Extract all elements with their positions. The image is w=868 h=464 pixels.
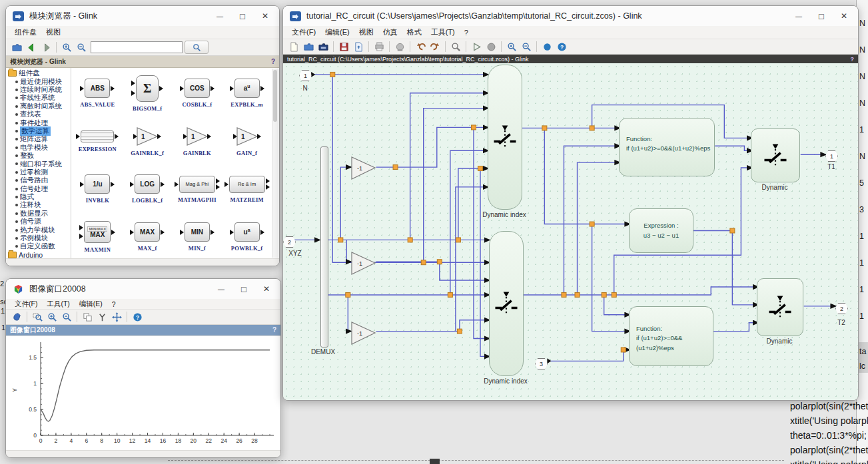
diagram-canvas[interactable]: 1 N 2 XYZ 3 1 T1 2 T2 DEMUX -1 -1 -1 Dyn… — [283, 63, 858, 400]
palette-block-MAX_f[interactable]: MAXMAX_f — [123, 213, 173, 258]
console-line: xtitle('Using polarplc — [790, 459, 868, 464]
palette-block-COSBLK_f[interactable]: COSCOSBLK_f — [173, 69, 222, 117]
export-icon[interactable] — [352, 41, 365, 53]
palette-block-MIN_f[interactable]: MINMIN_f — [173, 213, 222, 258]
palette-scrollbar[interactable] — [272, 69, 278, 258]
forward-arrow-icon[interactable] — [39, 41, 53, 53]
plot-area[interactable]: 024681012141618202224262800.511.5Y — [6, 336, 280, 450]
demux-block[interactable] — [320, 146, 328, 348]
print-icon[interactable] — [372, 41, 386, 53]
background-cell-fragment: N — [859, 45, 865, 55]
menu-item-module[interactable]: 视图 — [41, 27, 65, 37]
maximize-button[interactable] — [232, 279, 255, 299]
module-browser-titlebar[interactable]: 模块浏览器 - Glink — [6, 6, 279, 26]
menu-item-diagram[interactable]: ? — [460, 29, 473, 37]
background-cell-fragment: N — [859, 99, 865, 108]
menu-item-plot[interactable]: 文件(F) — [10, 300, 42, 309]
menu-item-plot[interactable]: 工具(T) — [42, 300, 74, 309]
menu-item-diagram[interactable]: 格式 — [402, 27, 426, 37]
datatip-icon[interactable] — [95, 311, 109, 323]
palette-block-ABS_VALUE[interactable]: ABSABS_VALUE — [73, 69, 123, 117]
menu-item-module[interactable]: 组件盘 — [10, 27, 41, 37]
zoom-window-icon[interactable] — [31, 311, 44, 323]
expression-block[interactable]: Expression : u3 − u2 − u1 — [629, 208, 693, 253]
new-file-icon[interactable] — [287, 41, 300, 53]
diagram-titlebar[interactable]: tutorial_RC_circuit (C:\Users\james\Proj… — [283, 6, 858, 26]
maximize-button[interactable] — [231, 6, 254, 26]
bullet-icon — [15, 237, 18, 240]
panel-help-button[interactable]: ? — [272, 326, 276, 334]
function-block[interactable]: Function: if (u1+u2)>=0&&(u1+u2)%eps — [629, 306, 713, 366]
save-as-icon[interactable] — [337, 41, 350, 53]
palette-block-INVBLK[interactable]: 1/uINVBLK — [73, 165, 123, 213]
minimize-button[interactable] — [210, 279, 232, 299]
palette-block-MATZREIM[interactable]: Re & ImMATZREIM — [222, 165, 272, 213]
gain-block[interactable]: -1 — [351, 156, 376, 182]
delete-icon[interactable] — [393, 41, 406, 53]
graphic-window-titlebar[interactable]: 图像窗口20008 — [6, 279, 280, 299]
tree-item[interactable]: Arduino — [19, 251, 43, 258]
tree-item[interactable]: 自定义函数 — [20, 242, 55, 251]
palette-block-GAINBLK[interactable]: 1GAINBLK — [173, 117, 222, 165]
close-button[interactable] — [254, 6, 276, 26]
zoom-out-icon[interactable] — [75, 41, 88, 53]
panel-help-button[interactable]: ? — [271, 58, 275, 65]
help-icon[interactable]: ? — [131, 311, 144, 323]
gain-block[interactable]: -1 — [351, 322, 376, 348]
zoom-tool-icon[interactable] — [449, 41, 462, 53]
function-block[interactable]: Function: if (u1+u2)>=0&&(u1+u2)%eps — [619, 118, 715, 176]
open-file-icon[interactable] — [302, 41, 315, 53]
search-input[interactable] — [91, 41, 183, 53]
gain-block[interactable]: -1 — [351, 252, 376, 278]
help-icon[interactable]: ? — [555, 41, 568, 53]
palette-block-MAXMIN[interactable]: MIN/MAXMAXMAXMIN — [73, 213, 123, 258]
palette-block-MATMAGPHI[interactable]: Mag & PhiMATMAGPHI — [173, 165, 222, 213]
stop-simulation-icon[interactable] — [484, 41, 498, 53]
tab-help-button[interactable]: ? — [851, 56, 855, 63]
close-button[interactable] — [255, 279, 278, 299]
diagram-tab[interactable]: tutorial_RC_circuit (C:\Users\james\Proj… — [283, 55, 858, 63]
menu-item-diagram[interactable]: 编辑(E) — [320, 27, 354, 37]
zoom-out-icon[interactable] — [60, 311, 73, 323]
palette-scrollbar-thumb[interactable] — [273, 70, 277, 122]
menu-item-diagram[interactable]: 工具(T) — [426, 27, 460, 37]
dynamic-block[interactable] — [751, 128, 800, 182]
palette-block-POWBLK_f[interactable]: uaPOWBLK_f — [222, 213, 272, 258]
dynamic-index-block[interactable] — [488, 65, 522, 210]
palette-block-EXPRESSION[interactable]: EXPRESSION — [73, 117, 123, 165]
back-arrow-icon[interactable] — [25, 41, 38, 53]
palette-block-LOGBLK_f[interactable]: LOGLOGBLK_f — [123, 165, 173, 213]
menu-item-plot[interactable]: 编辑(E) — [75, 300, 107, 309]
menu-item-diagram[interactable]: 视图 — [354, 27, 378, 37]
zoom-in-icon[interactable] — [45, 311, 59, 323]
palette-block-GAIN_f[interactable]: 1GAIN_f — [222, 117, 272, 165]
zoom-out-icon[interactable] — [520, 41, 533, 53]
palette-block-EXPBLK_m[interactable]: auEXPBLK_m — [222, 69, 272, 117]
palette-block-BIGSOM_f[interactable]: ΣBIGSOM_f — [123, 69, 173, 117]
background-text-fragment: ta — [859, 347, 866, 356]
bullet-icon — [15, 245, 18, 248]
palette-block-GAINBLK_f[interactable]: 1GAINBLK_f — [123, 117, 173, 165]
menu-item-diagram[interactable]: 文件(F) — [287, 27, 320, 37]
minimize-button[interactable] — [209, 6, 231, 26]
zoom-in-icon[interactable] — [60, 41, 73, 53]
close-button[interactable] — [833, 6, 855, 26]
pan-icon[interactable] — [110, 311, 123, 323]
dynamic-block[interactable] — [757, 278, 803, 336]
maximize-button[interactable] — [810, 6, 833, 26]
rotate-icon[interactable] — [10, 311, 23, 323]
ged-icon[interactable] — [81, 311, 94, 323]
start-simulation-icon[interactable] — [470, 41, 483, 53]
dynamic-index-block[interactable] — [489, 231, 524, 376]
details-icon[interactable] — [540, 41, 554, 53]
search-button[interactable] — [185, 41, 209, 54]
save-icon[interactable] — [316, 41, 330, 53]
undo-icon[interactable] — [414, 41, 427, 53]
minimize-button[interactable] — [787, 6, 810, 26]
menu-item-plot[interactable]: ? — [107, 300, 121, 308]
zoom-in-icon[interactable] — [505, 41, 518, 53]
menu-item-diagram[interactable]: 仿真 — [378, 27, 402, 37]
open-palette-icon[interactable] — [10, 41, 23, 53]
redo-icon[interactable] — [428, 41, 442, 53]
app-icon — [13, 11, 24, 21]
